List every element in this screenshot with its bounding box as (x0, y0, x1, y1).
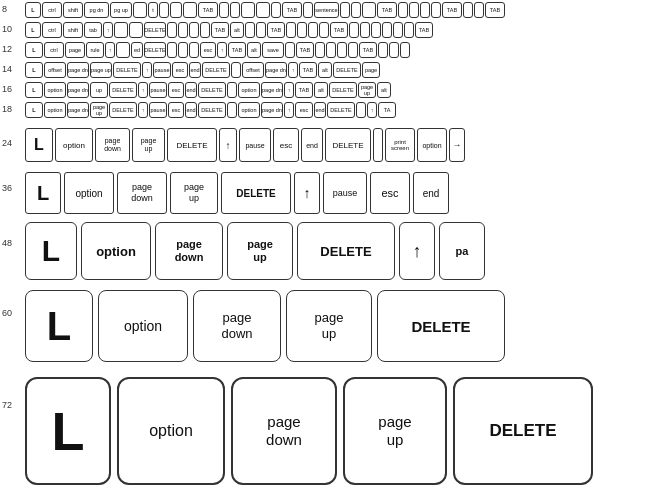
key-end-14[interactable]: end (189, 62, 201, 78)
key-empty7-12[interactable] (326, 42, 336, 58)
key-empty8-10[interactable] (256, 22, 266, 38)
key-alt-12[interactable]: alt (247, 42, 261, 58)
key-sentence-8[interactable]: sentence (314, 2, 339, 18)
key-delete2-24[interactable]: DELETE (325, 128, 371, 162)
key-pgup-14[interactable]: page up (90, 62, 112, 78)
key-pagedown-36[interactable]: pagedown (117, 172, 167, 214)
key-empty15-10[interactable] (371, 22, 381, 38)
key-delete3-16[interactable]: DELETE (329, 82, 357, 98)
key-empty7-10[interactable] (245, 22, 255, 38)
key-pagedown-48[interactable]: pagedown (155, 222, 223, 280)
key-tab-16[interactable]: TAB (295, 82, 313, 98)
key-tab2-8[interactable]: TAB (282, 2, 302, 18)
key-rule-12[interactable]: rule (86, 42, 104, 58)
key-pagedown-8[interactable]: pg dn (84, 2, 109, 18)
key-empty6-8[interactable] (230, 2, 240, 18)
key-pageup-8[interactable]: pg up (110, 2, 132, 18)
key-empty4-8[interactable] (183, 2, 197, 18)
key-option-48[interactable]: option (81, 222, 151, 280)
key-shift-8[interactable]: shift (63, 2, 83, 18)
key-esc-16[interactable]: esc (168, 82, 184, 98)
key-up2-14[interactable]: ↑ (288, 62, 298, 78)
key-save-12[interactable]: save (262, 42, 284, 58)
key-empty16-8[interactable] (420, 2, 430, 18)
key-up-24[interactable]: ↑ (219, 128, 237, 162)
key-alt-10[interactable]: alt (230, 22, 244, 38)
key-esc-18[interactable]: esc (168, 102, 184, 118)
key-option-24[interactable]: option (55, 128, 93, 162)
key-tab-14[interactable]: TAB (299, 62, 317, 78)
key-up2-16[interactable]: ↑ (138, 82, 148, 98)
key-tab5-8[interactable]: TAB (485, 2, 505, 18)
key-delete2-18[interactable]: DELETE (198, 102, 226, 118)
key-shift-10[interactable]: shift (63, 22, 83, 38)
key-empty11-12[interactable] (389, 42, 399, 58)
key-alt-14[interactable]: alt (318, 62, 332, 78)
key-option2-18[interactable]: option (238, 102, 260, 118)
key-delete-18[interactable]: DELETE (109, 102, 137, 118)
key-L-16[interactable]: L (25, 82, 43, 98)
key-esc-36[interactable]: esc (370, 172, 410, 214)
key-empty5-10[interactable] (189, 22, 199, 38)
key-up-12[interactable]: ↑ (105, 42, 115, 58)
key-empty10-10[interactable] (297, 22, 307, 38)
key-up-36[interactable]: ↑ (294, 172, 320, 214)
key-delete-36[interactable]: DELETE (221, 172, 291, 214)
key-pgup-16[interactable]: page up (358, 82, 376, 98)
key-tab5-10[interactable]: TAB (415, 22, 433, 38)
key-L-24[interactable]: L (25, 128, 53, 162)
key-pgdn-12[interactable]: page (65, 42, 85, 58)
key-t-8[interactable]: t (148, 2, 158, 18)
key-esc-24[interactable]: esc (273, 128, 299, 162)
key-empty1-8[interactable] (133, 2, 147, 18)
key-empty11-8[interactable] (340, 2, 350, 18)
key-delete1-10[interactable]: DELETE (144, 22, 166, 38)
key-delete-12[interactable]: DELETE (144, 42, 166, 58)
key-empty2-12[interactable] (167, 42, 177, 58)
key-pgup2-14[interactable]: page (362, 62, 380, 78)
key-pa-48[interactable]: pa (439, 222, 485, 280)
key-empty9-8[interactable] (271, 2, 281, 18)
key-tab-12[interactable]: TAB (228, 42, 246, 58)
key-empty4-10[interactable] (178, 22, 188, 38)
key-L-18[interactable]: L (25, 102, 43, 118)
key-empty1-12[interactable] (116, 42, 130, 58)
key-empty8-8[interactable] (256, 2, 270, 18)
key-empty2-10[interactable] (129, 22, 143, 38)
key-ed-12[interactable]: ed (131, 42, 143, 58)
key-option-60[interactable]: option (98, 290, 188, 362)
key-pgdn-18[interactable]: page dn (67, 102, 89, 118)
key-L-36[interactable]: L (25, 172, 61, 214)
key-option-16[interactable]: option (44, 82, 66, 98)
key-printscreen-24[interactable]: print screen (385, 128, 415, 162)
key-empty10-12[interactable] (378, 42, 388, 58)
key-empty18-8[interactable] (463, 2, 473, 18)
key-option2-24[interactable]: option (417, 128, 447, 162)
key-empty15-8[interactable] (409, 2, 419, 18)
key-L-12[interactable]: L (25, 42, 43, 58)
key-tab3-12[interactable]: TAB (359, 42, 377, 58)
key-pause-24[interactable]: pause (239, 128, 271, 162)
key-end-24[interactable]: end (301, 128, 323, 162)
key-offset-14[interactable]: offset (44, 62, 66, 78)
key-pgdn2-14[interactable]: page dn (265, 62, 287, 78)
key-delete2-16[interactable]: DELETE (198, 82, 226, 98)
key-empty12-10[interactable] (319, 22, 329, 38)
key-alt-16[interactable]: alt (314, 82, 328, 98)
key-empty12-12[interactable] (400, 42, 410, 58)
key-pause-36[interactable]: pause (323, 172, 367, 214)
key-up-14[interactable]: ↑ (142, 62, 152, 78)
key-empty18-10[interactable] (404, 22, 414, 38)
key-tab3-8[interactable]: TAB (377, 2, 397, 18)
key-L-60[interactable]: L (25, 290, 93, 362)
key-up3-16[interactable]: ↑ (284, 82, 294, 98)
key-end-36[interactable]: end (413, 172, 449, 214)
key-pagedown-24[interactable]: pagedown (95, 128, 130, 162)
key-up-16[interactable]: up (90, 82, 108, 98)
key-empty1-14[interactable] (231, 62, 241, 78)
key-pageup-60[interactable]: pageup (286, 290, 372, 362)
key-option-18[interactable]: option (44, 102, 66, 118)
key-pause-16[interactable]: pause (149, 82, 167, 98)
key-tab1-8[interactable]: TAB (198, 2, 218, 18)
key-up3-18[interactable]: ↑ (367, 102, 377, 118)
